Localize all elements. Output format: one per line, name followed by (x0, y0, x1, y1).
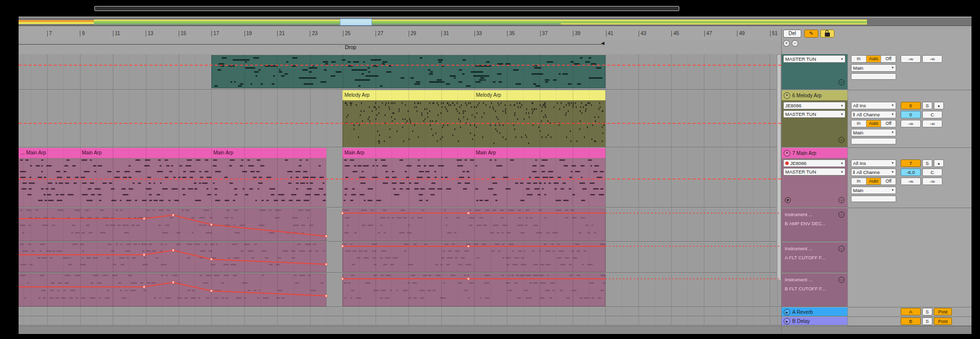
monitor-switch[interactable]: InAutoOff (851, 55, 896, 63)
clip-main-arp-4[interactable]: Main Arp (342, 148, 474, 207)
return-lane-b-delay[interactable] (19, 317, 781, 325)
volume-display[interactable]: -∞ (922, 178, 942, 185)
output-routing-dropdown[interactable]: MASTER TUN▼ (783, 168, 845, 176)
track-lane-1[interactable] (19, 54, 781, 90)
return-header-b-delay[interactable]: ▶ B Delay (782, 317, 847, 325)
clip-main-arp-1[interactable]: ... Main Arp (19, 148, 80, 207)
add-automation-lane-button[interactable]: + (838, 197, 844, 203)
audio-to-dropdown[interactable]: Main▼ (851, 64, 896, 72)
lock-envelopes-button[interactable] (820, 30, 834, 38)
zoom-in-button[interactable]: + (783, 40, 790, 47)
input-channel-dropdown[interactable]: ‖ All Channe▼ (851, 168, 896, 176)
automation-curve[interactable] (19, 208, 781, 242)
automation-device-label[interactable]: Instrument ... (785, 212, 812, 217)
automation-param-label[interactable]: A FLT CUTOFF F... (785, 255, 825, 260)
return-title-bar[interactable]: ▶ A Reverb (782, 307, 847, 316)
return-lane-a-reverb[interactable] (19, 307, 781, 316)
instrument-dropdown[interactable]: JE8086▼ (783, 159, 845, 167)
input-routing-dropdown[interactable]: All Ins▼ (851, 159, 896, 167)
unfold-return-icon[interactable]: ▶ (784, 309, 790, 315)
remove-lane-button[interactable]: − (838, 212, 844, 218)
return-title-bar[interactable]: ▶ B Delay (782, 317, 847, 325)
solo-button[interactable]: S (922, 317, 932, 325)
beat-time-ruler[interactable]: 7911131517192123252729313335373941434547… (19, 29, 781, 41)
zoom-out-button[interactable]: − (792, 40, 798, 47)
track-lane-main-arp[interactable]: ... Main Arp Main Arp Main Arp Main Arp … (19, 148, 781, 208)
overview-viewport[interactable] (340, 19, 372, 26)
remove-lane-button[interactable]: − (838, 246, 844, 252)
monitor-switch[interactable]: InAutoOff (851, 178, 896, 185)
clip-melody-arp-1[interactable]: Melody Arp (342, 90, 474, 147)
clip-main-arp-5[interactable]: Main Arp (474, 148, 605, 207)
track-header-melody-arp[interactable]: ▼ 6 Melody Arp JE8086▼ MASTER TUN▼ + (782, 90, 847, 147)
output-routing-dropdown[interactable]: MASTER TUN▼ (783, 55, 845, 63)
track-header-1[interactable]: MASTER TUN▼ + (782, 54, 847, 90)
solo-button[interactable]: S (922, 159, 932, 167)
return-header-a-reverb[interactable]: ▶ A Reverb (782, 307, 847, 316)
track-activator[interactable]: 6 (901, 102, 921, 109)
instrument-dropdown[interactable]: JE8086▼ (783, 102, 845, 109)
pan-control[interactable]: C (922, 111, 942, 118)
automation-device-label[interactable]: Instrument ... (785, 277, 812, 282)
empty-field (851, 196, 896, 202)
automation-device-label[interactable]: Instrument ... (785, 246, 812, 251)
solo-button[interactable]: S (922, 102, 932, 109)
pre-post-toggle[interactable]: Post (934, 317, 952, 325)
arrangement-overview[interactable] (19, 18, 971, 26)
return-activator[interactable]: B (901, 317, 921, 325)
automation-header-b-flt-cutoff[interactable]: Instrument ... − B FLT CUTOFF F... (782, 273, 847, 307)
clip-main-arp-2[interactable]: Main Arp (80, 148, 211, 207)
volume-display[interactable]: -∞ (901, 55, 921, 63)
remove-lane-button[interactable]: − (838, 277, 844, 283)
pan-control[interactable]: C (922, 168, 942, 176)
velocity-value[interactable]: 0 (901, 111, 921, 118)
track-header-main-arp[interactable]: ▼ 7 Main Arp JE8086▼ MASTER TUN▼ ▼ + (782, 148, 847, 208)
add-automation-lane-button[interactable]: + (838, 79, 844, 85)
track-title-bar[interactable]: ▼ 6 Melody Arp (782, 90, 847, 100)
output-routing-dropdown[interactable]: MASTER TUN▼ (783, 110, 845, 118)
automation-header-b-amp-env[interactable]: Instrument ... − B AMP ENV DEC... (782, 208, 847, 242)
automation-lane-a-flt-cutoff[interactable] (19, 242, 781, 273)
track-activator[interactable]: 7 (901, 159, 921, 167)
fold-track-icon[interactable]: ▼ (784, 150, 790, 156)
monitor-switch[interactable]: InAutoOff (851, 120, 896, 127)
overview-zoom-handle[interactable] (94, 6, 679, 11)
audio-to-dropdown[interactable]: Main▼ (851, 187, 896, 194)
solo-button[interactable]: S (922, 308, 932, 315)
automation-curve[interactable] (19, 242, 781, 273)
midi-clip-teal[interactable] (211, 55, 605, 88)
volume-value[interactable]: -6.0 (901, 168, 921, 176)
return-activator[interactable]: A (901, 308, 921, 315)
input-routing-dropdown[interactable]: All Ins▼ (851, 102, 896, 109)
unfold-return-icon[interactable]: ▶ (784, 318, 790, 324)
automation-header-a-flt-cutoff[interactable]: Instrument ... − A FLT CUTOFF F... (782, 242, 847, 273)
fold-automation-button[interactable]: ▼ (785, 197, 791, 203)
add-automation-lane-button[interactable]: + (838, 137, 844, 143)
draw-mode-pencil-button[interactable]: ✎ (804, 30, 818, 38)
clip-melody-arp-2[interactable]: Melody Arp (474, 90, 605, 147)
automation-lane-b-flt-cutoff[interactable] (19, 273, 781, 307)
track-lane-melody-arp[interactable]: Melody Arp Melody Arp (19, 90, 781, 147)
track-title-bar[interactable]: ▼ 7 Main Arp (782, 148, 847, 158)
clip-title: Melody Arp (474, 90, 605, 100)
track-name: 6 Melody Arp (792, 93, 821, 98)
automation-param-label[interactable]: B FLT CUTOFF F... (785, 286, 825, 291)
fold-track-icon[interactable]: ▼ (784, 92, 790, 99)
volume-display[interactable]: -∞ (901, 178, 921, 185)
clip-main-arp-3[interactable]: Main Arp (211, 148, 326, 207)
scrub-area[interactable]: ◀ ▷ Drop (19, 41, 781, 55)
locator-drop[interactable]: ▷ Drop (340, 44, 356, 50)
volume-display[interactable]: -∞ (922, 120, 942, 127)
automation-curve[interactable] (19, 273, 781, 307)
pre-post-toggle[interactable]: Post (934, 308, 952, 315)
arm-record-button[interactable]: ● (934, 159, 944, 167)
arm-record-button[interactable]: ● (934, 102, 944, 109)
volume-display[interactable]: -∞ (922, 55, 942, 63)
automation-lane-b-amp-env[interactable] (19, 208, 781, 242)
automation-param-label[interactable]: B AMP ENV DEC... (785, 221, 826, 226)
audio-to-dropdown[interactable]: Main▼ (851, 129, 896, 136)
clip-notes (211, 158, 326, 207)
input-channel-dropdown[interactable]: ‖ All Channe▼ (851, 111, 896, 118)
delete-button[interactable]: Del (783, 30, 801, 38)
volume-display[interactable]: -∞ (901, 120, 921, 127)
